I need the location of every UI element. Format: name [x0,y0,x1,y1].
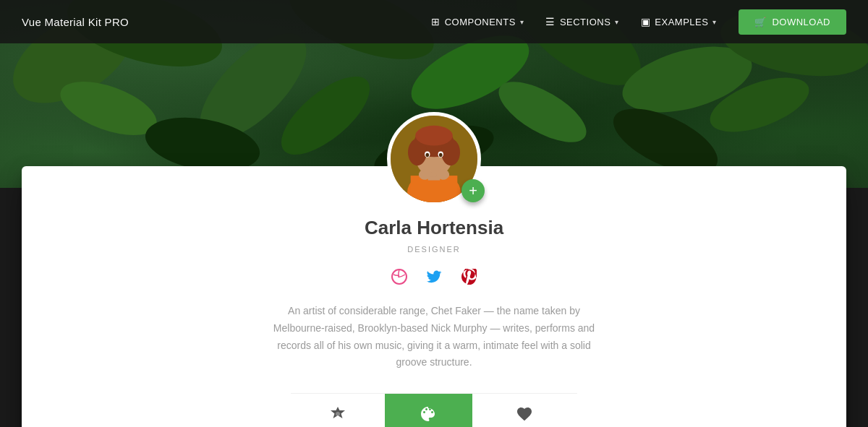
tab-studio[interactable]: STUDIO [291,394,386,427]
avatar-container: + [387,112,481,206]
plus-icon: + [469,183,477,199]
profile-card: + Carla Hortensia DESIGNER [22,166,846,427]
navbar-brand: Vue Material Kit PRO [22,16,129,28]
svg-point-31 [336,412,340,416]
svg-point-23 [415,126,453,146]
download-button[interactable]: 🛒 DOWNLOAD [739,9,846,35]
avatar-add-button[interactable]: + [461,179,485,202]
pinterest-icon[interactable] [457,265,480,288]
sections-list-icon: ☰ [545,16,556,27]
social-icons-group [388,265,480,288]
navbar: Vue Material Kit PRO ⊞ COMPONENTS ▾ ☰ SE… [0,0,868,43]
examples-chevron-icon: ▾ [712,18,717,26]
navbar-nav: ⊞ COMPONENTS ▾ ☰ SECTIONS ▾ ▣ EXAMPLES ▾… [431,9,846,35]
nav-item-components[interactable]: ⊞ COMPONENTS ▾ [431,16,524,27]
dribbble-icon[interactable] [388,265,411,288]
studio-camera-icon [329,405,346,427]
tab-work[interactable]: WORK [385,394,472,427]
twitter-icon[interactable] [422,265,446,288]
profile-bio: An artist of considerable range, Chet Fa… [271,303,597,371]
work-palette-icon [420,405,437,427]
tab-favorite[interactable]: FAVORITE [472,394,578,427]
download-label: DOWNLOAD [772,17,830,27]
cart-icon: 🛒 [754,17,767,27]
examples-monitor-icon: ▣ [641,16,651,27]
sections-chevron-icon: ▾ [615,18,619,26]
profile-name: Carla Hortensia [365,217,503,239]
components-grid-icon: ⊞ [431,16,441,27]
components-label: COMPONENTS [445,17,516,27]
components-chevron-icon: ▾ [520,18,524,26]
examples-label: EXAMPLES [655,17,708,27]
profile-title: DESIGNER [407,245,460,254]
sections-label: SECTIONS [560,17,610,27]
nav-item-sections[interactable]: ☰ SECTIONS ▾ [545,16,618,27]
svg-point-27 [439,153,443,158]
nav-item-examples[interactable]: ▣ EXAMPLES ▾ [641,16,717,27]
svg-point-26 [425,153,429,158]
tabs-container: STUDIO WORK FAVORITE [291,393,577,427]
favorite-heart-icon [516,405,533,427]
